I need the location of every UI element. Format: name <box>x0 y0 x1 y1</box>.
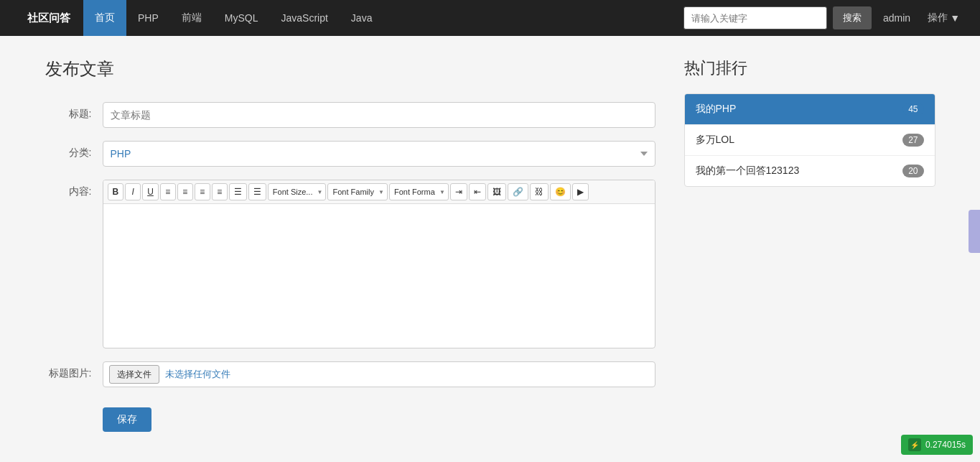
category-row: 分类: PHP 前端 MySQL JavaScript Java <box>45 141 655 167</box>
editor-toolbar: B I U ≡ ≡ ≡ ≡ ☰ ☰ Font Size... Font Fami… <box>103 180 655 204</box>
toolbar-align-center[interactable]: ≡ <box>177 183 193 200</box>
rank-list: 我的PHP 45 多万LOL 27 我的第一个回答123123 20 <box>684 93 935 187</box>
rank-item-2[interactable]: 我的第一个回答123123 20 <box>685 156 935 186</box>
rank-badge-2: 20 <box>902 165 923 177</box>
category-label: 分类: <box>45 141 103 160</box>
file-choose-button[interactable]: 选择文件 <box>109 365 159 384</box>
image-row: 标题图片: 选择文件 未选择任何文件 <box>45 361 655 387</box>
toolbar-unlink[interactable]: ⛓ <box>530 183 549 200</box>
perf-value: 0.274015s <box>925 440 966 450</box>
toolbar-bold[interactable]: B <box>108 183 124 200</box>
file-text: 未选择任何文件 <box>165 368 230 381</box>
image-label: 标题图片: <box>45 361 103 380</box>
nav-home[interactable]: 首页 <box>83 0 126 36</box>
rank-name-2: 我的第一个回答123123 <box>696 165 800 177</box>
nav-java[interactable]: Java <box>340 0 384 36</box>
toolbar-font-family[interactable]: Font Family <box>327 183 387 200</box>
form-section: 发布文章 标题: 分类: PHP 前端 MySQL JavaScript Jav… <box>45 57 655 432</box>
scrollbar-hint[interactable] <box>969 210 980 253</box>
save-button[interactable]: 保存 <box>103 407 151 432</box>
nav-links: 首页 PHP 前端 MySQL JavaScript Java <box>83 0 683 36</box>
editor-body[interactable] <box>103 204 655 348</box>
nav-user: admin <box>877 12 916 24</box>
rank-badge-0: 45 <box>902 103 923 116</box>
nav-javascript[interactable]: JavaScript <box>269 0 339 36</box>
toolbar-indent[interactable]: ⇥ <box>450 183 467 200</box>
toolbar-font-format[interactable]: Font Forma <box>389 183 449 200</box>
content-label: 内容: <box>45 180 103 198</box>
page-title: 发布文章 <box>45 57 655 80</box>
navbar: 社区问答 首页 PHP 前端 MySQL JavaScript Java 搜索 … <box>0 0 980 36</box>
rank-name-1: 多万LOL <box>696 134 734 147</box>
brand[interactable]: 社区问答 <box>14 0 83 36</box>
toolbar-emoji[interactable]: 😊 <box>550 183 571 200</box>
title-input[interactable] <box>103 102 655 128</box>
toolbar-underline[interactable]: U <box>142 183 159 200</box>
rank-item-0[interactable]: 我的PHP 45 <box>685 94 935 125</box>
nav-mysql[interactable]: MySQL <box>213 0 270 36</box>
content-row: 内容: B I U ≡ ≡ ≡ ≡ ☰ ☰ Font Size... Fo <box>45 180 655 348</box>
toolbar-font-size[interactable]: Font Size... <box>268 183 327 200</box>
category-select[interactable]: PHP 前端 MySQL JavaScript Java <box>103 141 655 167</box>
toolbar-align-left[interactable]: ≡ <box>160 183 176 200</box>
nav-php[interactable]: PHP <box>126 0 170 36</box>
rank-name-0: 我的PHP <box>696 103 737 116</box>
sidebar-title: 热门排行 <box>684 57 935 79</box>
title-row: 标题: <box>45 102 655 128</box>
perf-badge: ⚡ 0.274015s <box>901 435 973 453</box>
nav-action[interactable]: 操作 ▼ <box>922 11 966 24</box>
toolbar-outdent[interactable]: ⇤ <box>469 183 486 200</box>
sidebar: 热门排行 我的PHP 45 多万LOL 27 我的第一个回答123123 20 <box>684 57 935 432</box>
editor-wrapper: B I U ≡ ≡ ≡ ≡ ☰ ☰ Font Size... Font Fami… <box>103 180 655 348</box>
rank-item-1[interactable]: 多万LOL 27 <box>685 125 935 156</box>
toolbar-media[interactable]: ▶ <box>572 183 589 200</box>
search-input[interactable] <box>683 6 827 29</box>
toolbar-align-right[interactable]: ≡ <box>195 183 210 200</box>
toolbar-italic[interactable]: I <box>125 183 141 200</box>
main-container: 发布文章 标题: 分类: PHP 前端 MySQL JavaScript Jav… <box>31 36 950 453</box>
rank-badge-1: 27 <box>902 134 923 147</box>
nav-right: 搜索 admin 操作 ▼ <box>683 6 966 29</box>
search-button[interactable]: 搜索 <box>833 6 872 29</box>
perf-icon: ⚡ <box>908 438 921 451</box>
toolbar-list-ul[interactable]: ☰ <box>229 183 247 200</box>
toolbar-align-justify[interactable]: ≡ <box>212 183 228 200</box>
file-input-wrapper: 选择文件 未选择任何文件 <box>103 361 655 387</box>
toolbar-link[interactable]: 🔗 <box>508 183 528 200</box>
toolbar-image[interactable]: 🖼 <box>487 183 506 200</box>
title-label: 标题: <box>45 102 103 121</box>
nav-frontend[interactable]: 前端 <box>170 0 213 36</box>
toolbar-list-ol[interactable]: ☰ <box>248 183 266 200</box>
